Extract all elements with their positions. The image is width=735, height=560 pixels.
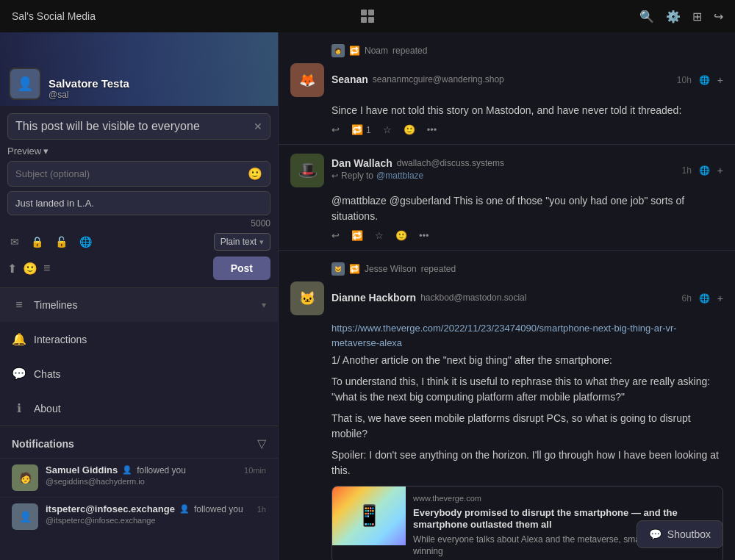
post-add-2[interactable]: + — [717, 165, 723, 176]
notification-avatar-1: 🧑 — [12, 464, 38, 491]
notification-item-2[interactable]: 👤 itspeterc@infosec.exchange 👤 followed … — [0, 497, 278, 536]
sidebar-item-interactions[interactable]: 🔔 Interactions — [0, 322, 278, 356]
logout-icon[interactable]: ↪ — [714, 10, 723, 24]
profile-info: 👤 Salvatore Testa @sal — [9, 68, 129, 100]
svg-rect-2 — [361, 17, 367, 23]
compose-actions: ⬆ 🙂 ≡ Post — [7, 256, 270, 280]
link-domain-3: www.theverge.com — [413, 492, 715, 505]
post-header-2: 🎩 Dan Wallach dwallach@discuss.systems ↩… — [290, 154, 723, 187]
interactions-icon: 🔔 — [12, 332, 26, 346]
post-add-3[interactable]: + — [717, 292, 723, 304]
notifications-filter-icon[interactable]: ▽ — [257, 437, 266, 450]
lock-icon-btn[interactable]: 🔒 — [28, 233, 46, 251]
email-icon-btn[interactable]: ✉ — [7, 233, 22, 251]
shoutbox-button[interactable]: 💬 Shoutbox — [637, 520, 723, 548]
post-more-1[interactable]: ••• — [427, 124, 437, 135]
notification-time-2: 1h — [257, 505, 266, 514]
profile-banner: 👤 Salvatore Testa @sal — [0, 32, 278, 106]
compose-visibility-bar[interactable]: This post will be visible to everyone ✕ — [7, 113, 270, 140]
list-icon[interactable]: ≡ — [43, 262, 50, 275]
post-author-2: Dan Wallach — [331, 157, 392, 169]
notification-badge-1: 👤 — [122, 465, 132, 475]
sidebar-item-timelines[interactable]: ≡ Timelines ▾ — [0, 288, 278, 322]
post-time-2: 1h — [681, 165, 691, 176]
post-reply-1[interactable]: ↩ — [331, 124, 340, 135]
notification-username-1: Samuel Giddins — [46, 464, 118, 475]
post-more-2[interactable]: ••• — [419, 230, 429, 241]
sidebar-item-chats[interactable]: 💬 Chats — [0, 356, 278, 391]
profile-name: Salvatore Testa — [49, 77, 129, 90]
logo-area — [359, 7, 376, 25]
repeat-bar-1: 🧑 🔁 Noam repeated — [290, 41, 723, 63]
avatar: 👤 — [9, 68, 41, 100]
compose-subject-field[interactable]: Subject (optional) 🙂 — [7, 161, 270, 187]
post-body-2: @mattblaze @gsuberland This is one of th… — [290, 193, 723, 224]
post-reply-2[interactable]: ↩ — [331, 230, 340, 241]
format-chevron-icon: ▾ — [259, 237, 264, 247]
settings-icon[interactable]: ⚙️ — [666, 10, 681, 24]
compose-toolbar-top: Preview ▾ — [7, 146, 270, 157]
compose-format-selector[interactable]: Plain text ▾ — [214, 233, 270, 251]
notification-time-1: 10min — [244, 466, 266, 475]
compose-textarea[interactable]: Just landed in L.A. — [7, 191, 270, 215]
post-star-2[interactable]: ☆ — [375, 230, 384, 241]
post-item-1: 🧑 🔁 Noam repeated 🦊 Seanan seananmcguire… — [279, 32, 735, 145]
content-area: 🧑 🔁 Noam repeated 🦊 Seanan seananmcguire… — [278, 32, 735, 560]
avatar-emoji: 👤 — [17, 76, 33, 92]
nav-section: ≡ Timelines ▾ 🔔 Interactions 💬 Chats ℹ A… — [0, 288, 278, 426]
post-time-3: 6h — [681, 293, 691, 304]
post-boost-1[interactable]: 🔁 1 — [351, 124, 371, 135]
compose-toolbar-bottom: ✉ 🔒 🔓 🌐 Plain text ▾ — [7, 233, 270, 251]
post-globe-1: 🌐 — [699, 75, 710, 85]
post-handle-1: seananmcguire@wandering.shop — [373, 74, 504, 85]
post-emoji-1[interactable]: 🙂 — [404, 124, 415, 135]
notification-badge-2: 👤 — [179, 504, 190, 514]
post-globe-3: 🌐 — [699, 293, 710, 304]
chats-icon: 💬 — [12, 367, 26, 381]
post-actions-1: ↩ 🔁 1 ☆ 🙂 ••• — [290, 124, 723, 135]
repeat-avatar-3: 🐱 — [331, 262, 345, 276]
sidebar: 👤 Salvatore Testa @sal This post will be… — [0, 32, 278, 560]
post-handle-3: hackbod@mastodon.social — [420, 292, 526, 303]
post-body-1: Since I have not told this story on Mast… — [290, 103, 723, 118]
sidebar-item-about[interactable]: ℹ About — [0, 391, 278, 426]
reply-to-icon-2: ↩ — [331, 171, 338, 181]
compose-area: This post will be visible to everyone ✕ … — [0, 106, 278, 288]
grid-icon[interactable]: ⊞ — [692, 10, 702, 24]
post-avatar-2: 🎩 — [290, 154, 324, 187]
upload-icon[interactable]: ⬆ — [7, 262, 17, 276]
search-icon[interactable]: 🔍 — [639, 10, 654, 24]
post-boost-2[interactable]: 🔁 — [351, 230, 363, 241]
unlock-icon-btn[interactable]: 🔓 — [52, 233, 71, 251]
reply-to-target-2: @mattblaze — [376, 170, 423, 181]
shoutbox-icon: 💬 — [649, 528, 662, 540]
notification-handle-2: @itspeterc@infosec.exchange — [46, 516, 266, 525]
main-layout: 👤 Salvatore Testa @sal This post will be… — [0, 32, 735, 560]
compose-visibility-close[interactable]: ✕ — [254, 121, 262, 132]
post-author-3: Dianne Hackborn — [331, 292, 416, 304]
svg-rect-0 — [361, 10, 367, 15]
timelines-icon: ≡ — [12, 298, 26, 312]
compose-preview-button[interactable]: Preview ▾ — [7, 146, 49, 157]
compose-char-count: 5000 — [7, 218, 270, 229]
post-author-1: Seanan — [331, 73, 368, 85]
post-button[interactable]: Post — [213, 256, 270, 280]
globe-icon-btn[interactable]: 🌐 — [76, 233, 95, 251]
post-star-1[interactable]: ☆ — [383, 124, 392, 135]
topnav: Sal's Social Media 🔍 ⚙️ ⊞ ↪ — [0, 0, 735, 32]
post-globe-2: 🌐 — [699, 165, 710, 176]
emoji-icon[interactable]: 🙂 — [23, 262, 37, 276]
repeat-bar-3: 🐱 🔁 Jesse Wilson repeated — [290, 259, 723, 281]
repeat-icon-3: 🔁 — [349, 264, 360, 274]
post-handle-2: dwallach@discuss.systems — [397, 158, 504, 168]
notification-item-1[interactable]: 🧑 Samuel Giddins 👤 followed you 10min @s… — [0, 458, 278, 497]
post-time-1: 10h — [677, 75, 692, 85]
notification-username-2: itspeterc@infosec.exchange — [46, 503, 175, 514]
post-emoji-2[interactable]: 🙂 — [395, 230, 407, 241]
logo-icon — [359, 7, 376, 25]
about-icon: ℹ — [12, 401, 26, 415]
post-actions-2: ↩ 🔁 ☆ 🙂 ••• — [290, 230, 723, 241]
repeat-icon-1: 🔁 — [349, 46, 360, 56]
topnav-icons: 🔍 ⚙️ ⊞ ↪ — [639, 10, 723, 24]
post-add-1[interactable]: + — [717, 74, 723, 86]
